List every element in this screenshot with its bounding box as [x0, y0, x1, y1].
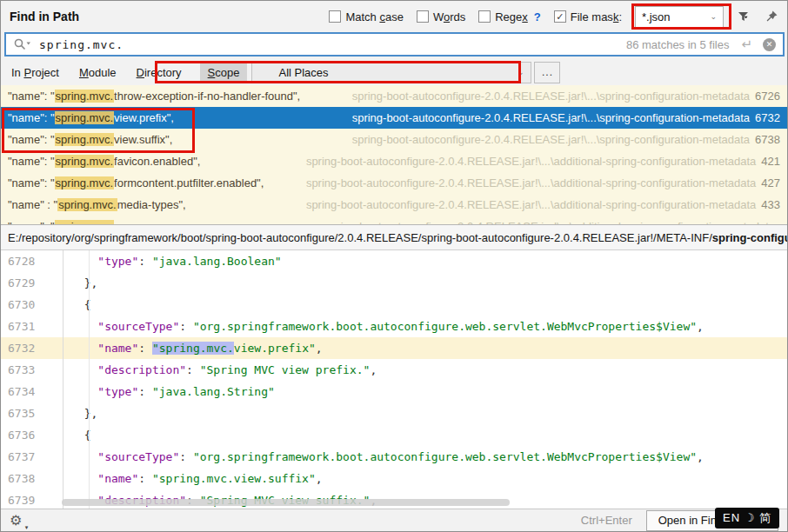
result-row[interactable]: "name": "spring.mvc.favicon.enabled",spr…: [1, 150, 787, 172]
label-post: cope: [215, 66, 239, 79]
horizontal-scrollbar[interactable]: [62, 499, 510, 506]
code-segment: "sourceType": [97, 320, 179, 333]
code-line[interactable]: 6737 "sourceType": "org.springframework.…: [1, 446, 787, 468]
newline-icon[interactable]: ↵: [741, 37, 752, 52]
code-line[interactable]: 6738 "name": "spring.mvc.view.suffix",: [1, 468, 787, 489]
line-number: 6729: [1, 272, 63, 294]
words-checkbox[interactable]: Words: [417, 10, 465, 23]
dialog-titlebar: Find in Path Match caseWordsRegex?✓File …: [1, 1, 787, 32]
preview-path: E:/repository/org/springframework/boot/s…: [1, 224, 787, 250]
code-segment: "Spring MVC view prefix.": [200, 363, 371, 376]
search-input[interactable]: spring.mvc. 86 matches in 5 files ↵ ✕: [4, 32, 785, 57]
code-line[interactable]: 6729 },: [1, 272, 787, 294]
match-highlight: spring.mvc.: [57, 198, 117, 211]
line-number: 6738: [1, 468, 63, 489]
result-row[interactable]: "name": "spring.mvc.throw-exception-if-n…: [1, 85, 787, 107]
file-mask-label: File mask:: [571, 10, 622, 23]
match-highlight: spring.mvc.: [55, 176, 114, 190]
regex-checkbox[interactable]: Regex?: [478, 10, 541, 23]
scope-tab-scope[interactable]: Scope: [200, 63, 248, 83]
chevron-down-icon: ⌄: [710, 12, 717, 21]
scope-more-button[interactable]: ...: [534, 62, 560, 83]
scope-combo[interactable]: All Places ⌄: [251, 62, 531, 83]
label-mnemonic: x: [522, 10, 528, 23]
code-preview[interactable]: 6728 "type": "java.lang.Boolean"6729 },6…: [1, 250, 787, 509]
result-row[interactable]: "name": "spring.mvc.spring-boot-autoconf…: [1, 216, 787, 224]
toolbar-checkboxes: Match caseWordsRegex?✓File mask:: [329, 10, 622, 23]
words-box[interactable]: [417, 10, 429, 23]
code-segment: :: [179, 320, 193, 333]
result-text: "name": "spring.mvc.formcontent.putfilte…: [8, 176, 264, 190]
result-line-number: 6732: [755, 111, 780, 124]
line-code: "type": "java.lang.String": [63, 385, 275, 398]
scope-value: All Places: [278, 66, 328, 79]
scope-tab-in-project[interactable]: In Project: [10, 63, 61, 83]
result-line-number: 421: [761, 155, 780, 168]
code-segment: ,: [316, 472, 323, 485]
label-pre: In: [11, 66, 23, 79]
file-mask-checkbox[interactable]: ✓File mask:: [554, 10, 622, 23]
result-rest: formcontent.putfilter.enabled",: [114, 176, 264, 190]
line-code: },: [63, 407, 97, 420]
code-line[interactable]: 6732 "name": "spring.mvc.view.prefix",: [1, 337, 787, 359]
label-mnemonic: S: [208, 66, 216, 79]
match-case-box[interactable]: [329, 10, 341, 23]
line-code: "description": "Spring MVC view prefix."…: [63, 363, 377, 376]
label-mnemonic: D: [137, 66, 144, 79]
label-post: odule: [89, 66, 117, 79]
code-line[interactable]: 6730 {: [1, 294, 787, 316]
code-segment: "org.springframework.boot.autoconfigure.…: [193, 450, 697, 463]
code-segment: [70, 450, 97, 463]
code-segment: ,: [370, 363, 377, 376]
regex-box[interactable]: [478, 10, 491, 23]
file-mask-value: *.json: [642, 10, 671, 23]
result-rest: throw-exception-if-no-handler-found",: [114, 90, 300, 103]
toolbar-options: Match caseWordsRegex?✓File mask: *.json …: [329, 6, 778, 28]
match-highlight: spring.mvc.: [55, 90, 114, 103]
search-icon[interactable]: [13, 37, 32, 51]
code-segment: :: [138, 255, 152, 268]
scope-tab-directory[interactable]: Directory: [135, 63, 184, 83]
line-code: "type": "java.lang.Boolean": [63, 255, 282, 268]
result-row[interactable]: "name": "spring.mvc.view.prefix",spring-…: [1, 107, 787, 129]
footer-bar: ⚙ Ctrl+Enter Open in Find Window: [1, 509, 787, 531]
code-segment: [70, 472, 97, 485]
line-number: 6728: [1, 250, 63, 272]
result-row[interactable]: "name" : "spring.mvc.media-types",spring…: [1, 194, 787, 216]
result-prefix: "name": ": [8, 155, 55, 168]
code-line[interactable]: 6731 "sourceType": "org.springframework.…: [1, 316, 787, 337]
gear-icon[interactable]: ⚙: [10, 514, 22, 528]
code-segment: "type": [97, 255, 138, 268]
code-segment: view.prefix": [234, 342, 316, 355]
code-line[interactable]: 6736 {: [1, 424, 787, 446]
line-number: 6736: [1, 424, 63, 446]
label-pre: W: [433, 10, 444, 23]
code-segment: "description": [97, 363, 186, 376]
code-segment: {: [70, 298, 90, 311]
result-text: "name": "spring.mvc.view.prefix",: [8, 111, 174, 124]
code-segment: "java.lang.Boolean": [152, 255, 282, 268]
result-file: spring-boot-autoconfigure-2.0.4.RELEASE.…: [306, 176, 756, 190]
file-mask-combo[interactable]: *.json ⌄: [635, 6, 724, 28]
code-segment: "name": [97, 342, 138, 355]
regex-help-icon[interactable]: ?: [534, 10, 541, 23]
label-post: ase: [385, 10, 404, 23]
dialog-title: Find in Path: [10, 10, 79, 23]
code-line[interactable]: 6735 },: [1, 402, 787, 424]
code-line[interactable]: 6733 "description": "Spring MVC view pre…: [1, 359, 787, 381]
code-segment: :: [138, 472, 152, 485]
clear-icon[interactable]: ✕: [763, 38, 776, 51]
match-highlight: spring.mvc.: [55, 133, 114, 146]
ime-indicator: EN ☽ 简: [715, 508, 779, 529]
code-line[interactable]: 6734 "type": "java.lang.String": [1, 381, 787, 402]
file-mask-box[interactable]: ✓: [554, 10, 566, 23]
result-row[interactable]: "name": "spring.mvc.view.suffix",spring-…: [1, 129, 787, 150]
code-segment: :: [179, 450, 193, 463]
result-row[interactable]: "name": "spring.mvc.formcontent.putfilte…: [1, 172, 787, 194]
pin-icon[interactable]: [765, 10, 778, 23]
scope-tab-module[interactable]: Module: [77, 63, 118, 83]
filter-icon[interactable]: [737, 10, 751, 23]
code-line[interactable]: 6728 "type": "java.lang.Boolean": [1, 250, 787, 272]
code-segment: {: [70, 429, 90, 442]
match-case-checkbox[interactable]: Match case: [329, 10, 403, 23]
